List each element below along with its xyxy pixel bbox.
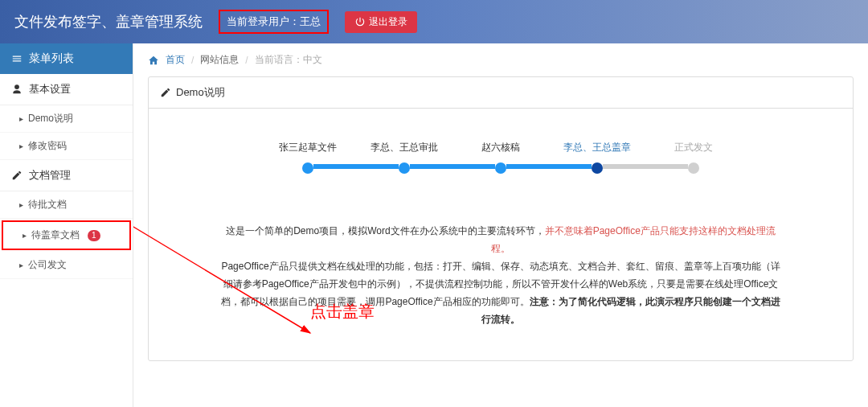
- caret-icon: ▸: [19, 114, 23, 123]
- caret-icon: ▸: [19, 200, 23, 209]
- power-icon: [354, 16, 366, 27]
- main-area: 首页 / 网站信息 / 当前语言：中文 Demo说明 张三起草文件李总、王总审批…: [133, 43, 868, 407]
- breadcrumb-sep: /: [245, 55, 248, 66]
- step: 张三起草文件: [260, 141, 356, 174]
- step-label: 张三起草文件: [260, 141, 356, 154]
- edit-icon: [160, 87, 171, 98]
- breadcrumb: 首页 / 网站信息 / 当前语言：中文: [133, 43, 868, 76]
- panel-body: 张三起草文件李总、王总审批赵六核稿李总、王总盖章正式发文 这是一个简单的Demo…: [149, 109, 853, 360]
- caret-icon: ▸: [19, 261, 23, 269]
- panel-heading: Demo说明: [149, 77, 853, 109]
- step: 李总、王总盖章: [549, 141, 645, 174]
- breadcrumb-info: 网站信息: [200, 53, 239, 67]
- annotation-text: 点击盖章: [310, 301, 375, 323]
- caret-icon: ▸: [23, 231, 27, 240]
- sidebar: 菜单列表 基本设置 ▸Demo说明 ▸修改密码 文档管理 ▸待批文档 ▸ 待盖章…: [0, 43, 133, 407]
- step-label: 正式发文: [645, 141, 742, 154]
- sidebar-group-docs[interactable]: 文档管理: [0, 160, 133, 191]
- breadcrumb-sep: /: [191, 55, 194, 66]
- sidebar-item-demo[interactable]: ▸Demo说明: [0, 105, 133, 133]
- description: 这是一个简单的Demo项目，模拟Word文件在办公系统中的主要流转环节，并不意味…: [219, 222, 782, 328]
- highlight-stamp-item: ▸ 待盖章文档 1: [2, 220, 131, 250]
- sidebar-item-pending[interactable]: ▸待批文档: [0, 191, 133, 219]
- step: 赵六核稿: [452, 141, 549, 174]
- header-bar: 文件发布签字、盖章管理系统 当前登录用户：王总 退出登录: [0, 0, 868, 43]
- sidebar-head: 菜单列表: [0, 43, 133, 74]
- logout-label: 退出登录: [369, 15, 407, 29]
- caret-icon: ▸: [19, 142, 23, 150]
- breadcrumb-home[interactable]: 首页: [166, 53, 185, 67]
- step: 正式发文: [645, 141, 742, 174]
- step-dot: [302, 162, 313, 174]
- step: 李总、王总审批: [356, 141, 452, 174]
- user-icon: [11, 84, 23, 95]
- current-user: 当前登录用户：王总: [219, 10, 329, 34]
- sidebar-group-basic[interactable]: 基本设置: [0, 74, 133, 105]
- home-icon: [148, 55, 159, 66]
- step-dot: [688, 162, 699, 174]
- menu-icon: [11, 53, 23, 64]
- panel: Demo说明 张三起草文件李总、王总审批赵六核稿李总、王总盖章正式发文 这是一个…: [148, 76, 854, 361]
- workflow-steps: 张三起草文件李总、王总审批赵六核稿李总、王总盖章正式发文: [165, 141, 837, 174]
- step-label: 李总、王总盖章: [549, 141, 645, 154]
- sidebar-item-publish[interactable]: ▸公司发文: [0, 252, 133, 279]
- step-label: 赵六核稿: [452, 141, 549, 154]
- sidebar-item-password[interactable]: ▸修改密码: [0, 133, 133, 160]
- step-dot: [495, 162, 506, 174]
- sidebar-item-stamp[interactable]: ▸ 待盖章文档 1: [3, 222, 129, 249]
- edit-icon: [11, 170, 23, 181]
- step-label: 李总、王总审批: [356, 141, 452, 154]
- step-dot: [592, 162, 603, 174]
- step-dot: [399, 162, 410, 174]
- badge-count: 1: [88, 230, 100, 241]
- logout-button[interactable]: 退出登录: [345, 11, 417, 33]
- breadcrumb-lang: 当前语言：中文: [255, 53, 322, 67]
- app-title: 文件发布签字、盖章管理系统: [14, 12, 203, 31]
